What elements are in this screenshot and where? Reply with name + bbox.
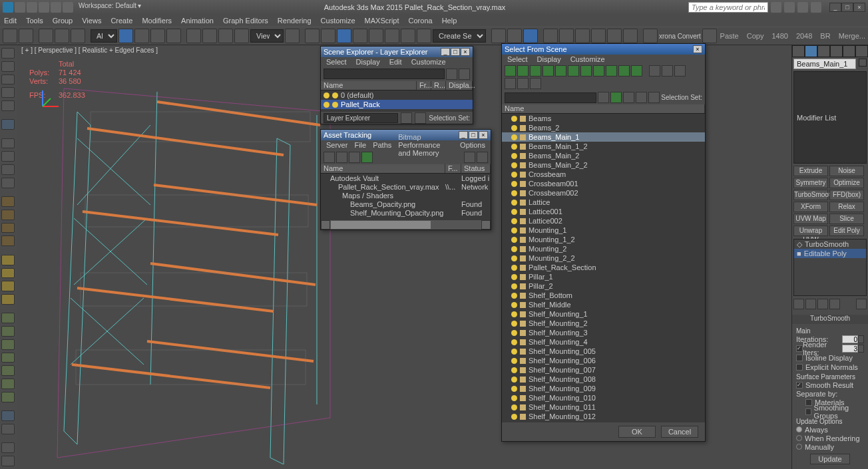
se-menu-display[interactable]: Display xyxy=(356,58,380,66)
ss-col-name[interactable]: Name xyxy=(502,104,705,113)
bulb-icon[interactable] xyxy=(511,162,517,168)
se-close-button[interactable]: × xyxy=(461,48,470,56)
mod-editpoly[interactable]: Edit Poly xyxy=(829,226,864,236)
at-btn4[interactable] xyxy=(361,152,373,163)
new-icon[interactable] xyxy=(15,2,25,13)
at-menu-server[interactable]: Server xyxy=(326,141,347,149)
ls-btn-10[interactable] xyxy=(1,178,15,188)
ls-grid-icon[interactable] xyxy=(1,424,15,434)
ss-row[interactable]: Beams_2 xyxy=(502,123,705,132)
bulb-icon[interactable] xyxy=(511,377,517,383)
ss-f-frozen-icon[interactable] xyxy=(631,65,642,77)
star-icon[interactable] xyxy=(797,2,808,13)
scene-explorer-panel[interactable]: Scene Explorer - Layer Explorer _□× Sele… xyxy=(320,46,473,124)
ss-row[interactable]: Shelf_Mounting_009 xyxy=(502,384,705,393)
comm-icon[interactable] xyxy=(811,2,821,13)
named-selection-set[interactable]: Create Selection S xyxy=(433,29,486,43)
corona-convert-label[interactable]: xrona Convert xyxy=(659,33,701,40)
ls-cone-icon[interactable] xyxy=(1,268,15,279)
move-button[interactable] xyxy=(186,29,201,43)
ss-row[interactable]: Beams_Main_2 xyxy=(502,151,705,160)
bulb-icon[interactable] xyxy=(511,200,517,206)
ss-row[interactable]: Mounting_1_2 xyxy=(502,235,705,244)
select-rect-button[interactable] xyxy=(150,29,165,43)
schematic-button[interactable] xyxy=(559,29,574,43)
at-opts-icon[interactable] xyxy=(477,152,488,163)
bulb-icon[interactable] xyxy=(511,321,517,327)
ls-btn-9[interactable] xyxy=(1,164,15,175)
mod-ffdbox[interactable]: FFD(box) xyxy=(829,190,864,200)
ls-btn-b[interactable] xyxy=(1,379,15,389)
menu-customize[interactable]: Customize xyxy=(321,17,355,25)
align-button[interactable] xyxy=(507,29,522,43)
menu-group[interactable]: Group xyxy=(53,17,73,25)
se-row[interactable]: Pallet_Rack xyxy=(321,100,473,109)
minimize-button[interactable]: _ xyxy=(829,3,841,12)
bulb-icon[interactable] xyxy=(511,311,517,317)
asset-tracking-panel[interactable]: Asset Tracking _□× Server File Paths Bit… xyxy=(320,129,491,230)
ls-cylinder-icon[interactable] xyxy=(1,223,15,234)
bulb-icon[interactable] xyxy=(511,218,517,224)
menu-maxscript[interactable]: MAXScript xyxy=(365,17,399,25)
se-view-icon[interactable] xyxy=(459,69,470,80)
explicit-check[interactable] xyxy=(796,364,803,371)
render-iters-check[interactable] xyxy=(796,345,803,352)
ls-btn-e[interactable] xyxy=(1,456,15,466)
bulb-icon[interactable] xyxy=(332,102,338,108)
bulb-icon[interactable] xyxy=(332,92,338,98)
stack-show-icon[interactable] xyxy=(805,299,816,309)
stack-unique-icon[interactable] xyxy=(817,299,828,309)
ls-space-icon[interactable] xyxy=(1,339,15,350)
at-close-button[interactable]: × xyxy=(479,131,488,139)
bulb-icon[interactable] xyxy=(511,414,517,420)
viewport-label[interactable]: [ + ] [ Perspective ] [ Realistic + Edge… xyxy=(21,47,158,54)
ss-b3[interactable] xyxy=(636,92,647,103)
manipulate-button[interactable] xyxy=(305,29,320,43)
mod-symmetry[interactable]: Symmetry xyxy=(793,178,828,188)
bulb-icon[interactable] xyxy=(511,349,517,355)
ss-row[interactable]: Pallet_Rack_Section xyxy=(502,263,705,272)
at-btn3[interactable] xyxy=(349,152,360,163)
bulb-icon[interactable] xyxy=(511,209,517,215)
at-col-status[interactable]: Status xyxy=(461,164,491,173)
at-menu-bitmap[interactable]: Bitmap Performance and Memory xyxy=(398,133,453,157)
object-color-swatch[interactable] xyxy=(859,59,867,67)
window-crossing-button[interactable] xyxy=(166,29,181,43)
se-col-fr[interactable]: Fr... xyxy=(417,81,431,90)
named-sel-button[interactable] xyxy=(417,29,431,43)
modifier-stack[interactable]: ◇TurboSmooth ■Editable Poly xyxy=(793,239,867,296)
layers-button[interactable] xyxy=(523,29,538,43)
mod-turbosmooth[interactable]: TurboSmooth xyxy=(793,190,828,200)
at-scroll-thumb[interactable] xyxy=(331,221,431,229)
ss-filter-icon[interactable] xyxy=(505,78,516,89)
ss-f-helper-icon[interactable] xyxy=(555,65,566,77)
ss-all-icon[interactable] xyxy=(649,65,660,77)
ss-row[interactable]: Shelf_Middle xyxy=(502,300,705,309)
at-row[interactable]: Autodesk VaultLogged i xyxy=(321,174,491,182)
modifier-list-dropdown[interactable]: Modifier List xyxy=(793,71,867,164)
se-min-button[interactable]: _ xyxy=(441,48,450,56)
cancel-button[interactable]: Cancel xyxy=(661,426,698,438)
bulb-icon[interactable] xyxy=(511,125,517,131)
bulb-icon[interactable] xyxy=(511,144,517,150)
place-button[interactable] xyxy=(234,29,249,43)
selection-filter[interactable]: All xyxy=(91,29,117,43)
at-menu-paths[interactable]: Paths xyxy=(373,141,391,149)
ls-torus-icon[interactable] xyxy=(1,255,15,265)
se-col-disp[interactable]: Displa... xyxy=(446,81,473,90)
link-button[interactable] xyxy=(39,29,53,43)
ss-row[interactable]: Crossbeam002 xyxy=(502,188,705,198)
menu-animation[interactable]: Animation xyxy=(181,17,214,25)
ls-btn-2[interactable] xyxy=(1,61,15,72)
ls-btn-a[interactable] xyxy=(1,365,15,376)
se-col-name[interactable]: Name xyxy=(321,81,417,90)
ls-btn-c[interactable] xyxy=(1,392,15,402)
tab-create[interactable] xyxy=(792,45,805,57)
tab-hierarchy[interactable] xyxy=(817,45,830,57)
at-menu-options[interactable]: Options xyxy=(460,141,485,149)
teapot-icon[interactable] xyxy=(643,29,658,43)
ls-particle-icon[interactable] xyxy=(1,313,15,323)
ss-row[interactable]: Shelf_Mounting_4 xyxy=(502,337,705,347)
menu-tools[interactable]: Tools xyxy=(26,17,43,25)
se-max-button[interactable]: □ xyxy=(451,48,460,56)
